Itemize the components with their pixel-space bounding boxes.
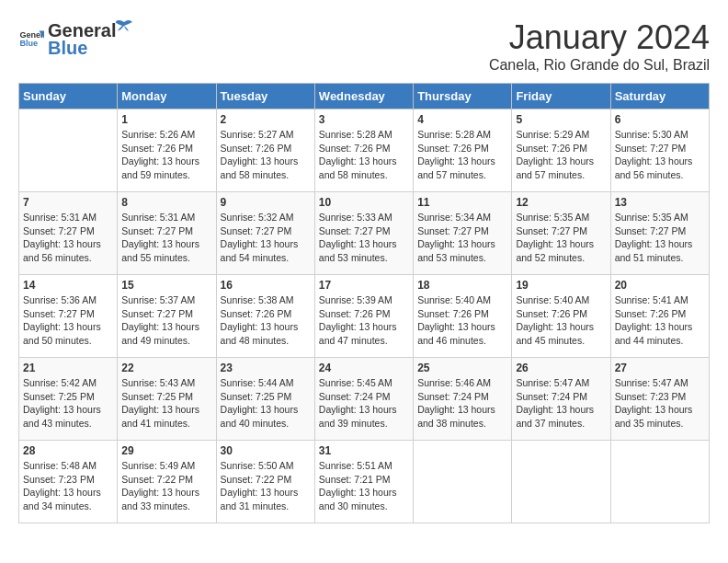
calendar-cell: 15Sunrise: 5:37 AM Sunset: 7:27 PM Dayli… <box>118 275 216 358</box>
day-info: Sunrise: 5:33 AM Sunset: 7:27 PM Dayligh… <box>319 211 409 265</box>
day-info: Sunrise: 5:41 AM Sunset: 7:26 PM Dayligh… <box>615 293 705 348</box>
calendar-cell: 21Sunrise: 5:42 AM Sunset: 7:25 PM Dayli… <box>19 358 118 441</box>
calendar-cell <box>610 441 709 523</box>
header: General Blue General Blue January 2024 C… <box>18 18 710 74</box>
calendar-cell: 29Sunrise: 5:49 AM Sunset: 7:22 PM Dayli… <box>118 441 216 523</box>
day-info: Sunrise: 5:28 AM Sunset: 7:26 PM Dayligh… <box>319 128 409 182</box>
day-number: 15 <box>121 279 211 292</box>
calendar-cell: 8Sunrise: 5:31 AM Sunset: 7:27 PM Daylig… <box>118 192 216 275</box>
calendar-table: SundayMondayTuesdayWednesdayThursdayFrid… <box>18 83 710 523</box>
day-info: Sunrise: 5:45 AM Sunset: 7:24 PM Dayligh… <box>319 376 409 431</box>
day-info: Sunrise: 5:51 AM Sunset: 7:21 PM Dayligh… <box>319 459 409 513</box>
day-info: Sunrise: 5:43 AM Sunset: 7:25 PM Dayligh… <box>121 376 211 431</box>
day-number: 26 <box>516 362 606 374</box>
day-info: Sunrise: 5:38 AM Sunset: 7:26 PM Dayligh… <box>221 293 311 348</box>
day-info: Sunrise: 5:35 AM Sunset: 7:27 PM Dayligh… <box>615 211 705 265</box>
calendar-cell: 25Sunrise: 5:46 AM Sunset: 7:24 PM Dayli… <box>414 358 512 441</box>
day-number: 2 <box>221 113 311 126</box>
day-info: Sunrise: 5:31 AM Sunset: 7:27 PM Dayligh… <box>121 211 211 265</box>
calendar-cell: 22Sunrise: 5:43 AM Sunset: 7:25 PM Dayli… <box>118 358 216 441</box>
day-number: 24 <box>319 362 409 374</box>
day-number: 10 <box>319 196 409 209</box>
day-number: 11 <box>417 196 507 209</box>
calendar-cell: 16Sunrise: 5:38 AM Sunset: 7:26 PM Dayli… <box>216 275 314 358</box>
day-info: Sunrise: 5:32 AM Sunset: 7:27 PM Dayligh… <box>221 211 311 265</box>
day-number: 5 <box>516 113 606 126</box>
calendar-cell <box>414 441 512 523</box>
day-info: Sunrise: 5:48 AM Sunset: 7:23 PM Dayligh… <box>23 459 113 513</box>
calendar-cell: 13Sunrise: 5:35 AM Sunset: 7:27 PM Dayli… <box>610 192 709 275</box>
calendar-cell: 17Sunrise: 5:39 AM Sunset: 7:26 PM Dayli… <box>314 275 413 358</box>
day-number: 16 <box>221 279 311 292</box>
day-number: 31 <box>319 444 409 457</box>
day-number: 13 <box>615 196 705 209</box>
day-number: 25 <box>417 362 507 374</box>
calendar-cell: 18Sunrise: 5:40 AM Sunset: 7:26 PM Dayli… <box>414 275 512 358</box>
header-sunday: Sunday <box>19 84 118 109</box>
week-row-2: 14Sunrise: 5:36 AM Sunset: 7:27 PM Dayli… <box>19 275 710 358</box>
calendar-cell: 9Sunrise: 5:32 AM Sunset: 7:27 PM Daylig… <box>216 192 314 275</box>
subtitle: Canela, Rio Grande do Sul, Brazil <box>489 57 710 74</box>
calendar-cell: 20Sunrise: 5:41 AM Sunset: 7:26 PM Dayli… <box>610 275 709 358</box>
day-info: Sunrise: 5:27 AM Sunset: 7:26 PM Dayligh… <box>221 128 311 182</box>
day-info: Sunrise: 5:31 AM Sunset: 7:27 PM Dayligh… <box>23 211 113 265</box>
day-info: Sunrise: 5:34 AM Sunset: 7:27 PM Dayligh… <box>417 211 507 265</box>
day-number: 27 <box>615 362 705 374</box>
day-number: 29 <box>121 444 211 457</box>
week-row-1: 7Sunrise: 5:31 AM Sunset: 7:27 PM Daylig… <box>19 192 710 275</box>
day-number: 9 <box>221 196 311 209</box>
week-row-4: 28Sunrise: 5:48 AM Sunset: 7:23 PM Dayli… <box>19 441 710 523</box>
calendar-cell: 1Sunrise: 5:26 AM Sunset: 7:26 PM Daylig… <box>118 109 216 192</box>
calendar-cell: 31Sunrise: 5:51 AM Sunset: 7:21 PM Dayli… <box>314 441 413 523</box>
day-number: 12 <box>516 196 606 209</box>
day-info: Sunrise: 5:29 AM Sunset: 7:26 PM Dayligh… <box>516 128 606 182</box>
calendar-cell: 23Sunrise: 5:44 AM Sunset: 7:25 PM Dayli… <box>216 358 314 441</box>
calendar-cell: 28Sunrise: 5:48 AM Sunset: 7:23 PM Dayli… <box>19 441 118 523</box>
calendar-cell: 3Sunrise: 5:28 AM Sunset: 7:26 PM Daylig… <box>314 109 413 192</box>
calendar-cell: 26Sunrise: 5:47 AM Sunset: 7:24 PM Dayli… <box>512 358 610 441</box>
logo: General Blue General Blue <box>18 18 132 59</box>
header-monday: Monday <box>118 84 216 109</box>
header-wednesday: Wednesday <box>314 84 413 109</box>
day-info: Sunrise: 5:49 AM Sunset: 7:22 PM Dayligh… <box>121 459 211 513</box>
day-info: Sunrise: 5:35 AM Sunset: 7:27 PM Dayligh… <box>516 211 606 265</box>
header-row: SundayMondayTuesdayWednesdayThursdayFrid… <box>19 84 710 109</box>
calendar-cell: 4Sunrise: 5:28 AM Sunset: 7:26 PM Daylig… <box>414 109 512 192</box>
day-info: Sunrise: 5:47 AM Sunset: 7:23 PM Dayligh… <box>615 376 705 431</box>
day-number: 17 <box>319 279 409 292</box>
calendar-cell: 27Sunrise: 5:47 AM Sunset: 7:23 PM Dayli… <box>610 358 709 441</box>
calendar-cell: 12Sunrise: 5:35 AM Sunset: 7:27 PM Dayli… <box>512 192 610 275</box>
day-number: 14 <box>23 279 113 292</box>
day-number: 19 <box>516 279 606 292</box>
calendar-cell: 24Sunrise: 5:45 AM Sunset: 7:24 PM Dayli… <box>314 358 413 441</box>
calendar-cell: 14Sunrise: 5:36 AM Sunset: 7:27 PM Dayli… <box>19 275 118 358</box>
day-number: 23 <box>221 362 311 374</box>
calendar-cell: 11Sunrise: 5:34 AM Sunset: 7:27 PM Dayli… <box>414 192 512 275</box>
calendar-cell: 30Sunrise: 5:50 AM Sunset: 7:22 PM Dayli… <box>216 441 314 523</box>
day-info: Sunrise: 5:42 AM Sunset: 7:25 PM Dayligh… <box>23 376 113 431</box>
day-number: 30 <box>221 444 311 457</box>
week-row-0: 1Sunrise: 5:26 AM Sunset: 7:26 PM Daylig… <box>19 109 710 192</box>
day-number: 7 <box>23 196 113 209</box>
header-thursday: Thursday <box>414 84 512 109</box>
logo-icon: General Blue <box>18 26 44 52</box>
day-info: Sunrise: 5:28 AM Sunset: 7:26 PM Dayligh… <box>417 128 507 182</box>
day-number: 4 <box>417 113 507 126</box>
day-info: Sunrise: 5:40 AM Sunset: 7:26 PM Dayligh… <box>417 293 507 348</box>
calendar-cell <box>19 109 118 192</box>
title-section: January 2024 Canela, Rio Grande do Sul, … <box>489 18 710 74</box>
calendar-cell: 10Sunrise: 5:33 AM Sunset: 7:27 PM Dayli… <box>314 192 413 275</box>
day-number: 18 <box>417 279 507 292</box>
day-info: Sunrise: 5:44 AM Sunset: 7:25 PM Dayligh… <box>221 376 311 431</box>
day-info: Sunrise: 5:40 AM Sunset: 7:26 PM Dayligh… <box>516 293 606 348</box>
svg-text:Blue: Blue <box>19 39 38 48</box>
day-info: Sunrise: 5:47 AM Sunset: 7:24 PM Dayligh… <box>516 376 606 431</box>
calendar-cell: 19Sunrise: 5:40 AM Sunset: 7:26 PM Dayli… <box>512 275 610 358</box>
calendar-cell: 7Sunrise: 5:31 AM Sunset: 7:27 PM Daylig… <box>19 192 118 275</box>
main-title: January 2024 <box>489 18 710 57</box>
day-info: Sunrise: 5:37 AM Sunset: 7:27 PM Dayligh… <box>121 293 211 348</box>
day-number: 20 <box>615 279 705 292</box>
calendar-cell: 5Sunrise: 5:29 AM Sunset: 7:26 PM Daylig… <box>512 109 610 192</box>
day-info: Sunrise: 5:50 AM Sunset: 7:22 PM Dayligh… <box>221 459 311 513</box>
day-number: 1 <box>121 113 211 126</box>
